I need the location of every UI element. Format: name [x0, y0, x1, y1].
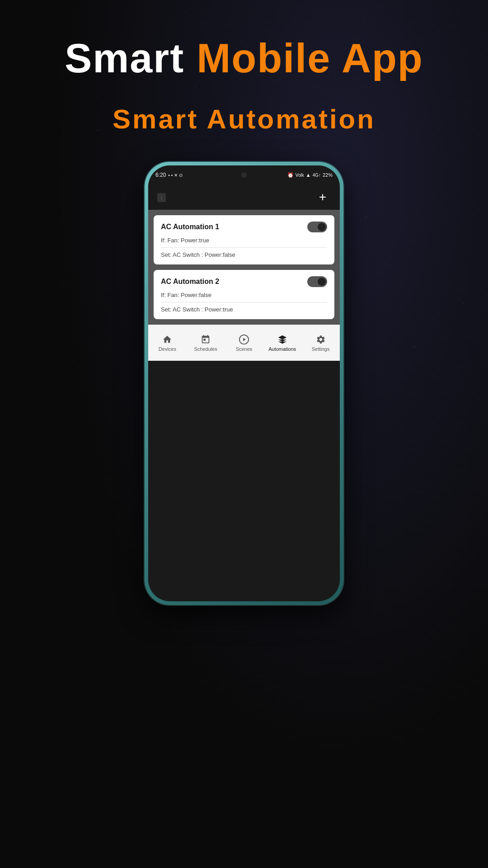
notch: [230, 170, 258, 180]
wifi-icon: ▲: [306, 172, 311, 178]
card-1-divider: [161, 247, 327, 248]
toggle-2-knob: [318, 278, 326, 286]
card-2-header: AC Automation 2: [161, 276, 327, 287]
time: 6:20: [155, 172, 166, 178]
phone-screen: 6:20 ▪ ▪ ✕ ⊙ ⏰ Volk ▲ 4G↑ 22%: [148, 165, 340, 601]
network-icon: 4G↑: [313, 173, 321, 178]
home-icon: [162, 335, 172, 344]
subtitle: Smart Automation: [113, 104, 375, 135]
header-title: i: [157, 193, 166, 202]
play-icon: [239, 335, 249, 344]
automation-card-1[interactable]: AC Automation 1 If: Fan: Power:true Set:…: [154, 215, 334, 264]
card-1-header: AC Automation 1: [161, 222, 327, 232]
phone-mockup: 6:20 ▪ ▪ ✕ ⊙ ⏰ Volk ▲ 4G↑ 22%: [145, 162, 343, 605]
app-header: i +: [148, 184, 340, 210]
alarm-icon: ⏰: [287, 172, 294, 178]
card-2-divider: [161, 302, 327, 302]
card-1-title: AC Automation 1: [161, 223, 219, 231]
card-1-action: Set: AC Switch : Power:false: [161, 251, 327, 258]
settings-icon: [316, 335, 326, 344]
toggle-1-knob: [318, 223, 326, 231]
phone-outer-shell: 6:20 ▪ ▪ ✕ ⊙ ⏰ Volk ▲ 4G↑ 22%: [145, 162, 343, 605]
nav-label-settings: Settings: [312, 346, 330, 352]
app-body: AC Automation 1 If: Fan: Power:true Set:…: [148, 210, 340, 325]
calendar-icon: [201, 335, 211, 344]
nav-label-scenes: Scenes: [236, 346, 253, 352]
battery: 22%: [323, 172, 333, 178]
title-white: Smart: [65, 36, 184, 81]
title-orange: Mobile App: [197, 36, 423, 81]
nav-item-automations[interactable]: Automations: [263, 335, 301, 352]
automations-icon: [277, 335, 287, 344]
nav-label-schedules: Schedules: [194, 346, 217, 352]
add-automation-button[interactable]: +: [314, 189, 331, 205]
automation-1-toggle[interactable]: [307, 222, 327, 232]
nav-item-devices[interactable]: Devices: [148, 335, 187, 352]
nav-label-automations: Automations: [268, 346, 296, 352]
camera-dot: [241, 172, 247, 178]
bottom-nav: Devices Schedules: [148, 325, 340, 361]
automation-card-2[interactable]: AC Automation 2 If: Fan: Power:false Set…: [154, 270, 334, 319]
nav-item-scenes[interactable]: Scenes: [225, 335, 263, 352]
card-2-action: Set: AC Switch : Power:true: [161, 306, 327, 313]
notification-icons: ▪ ▪ ✕ ⊙: [168, 173, 182, 178]
status-right: ⏰ Volk ▲ 4G↑ 22%: [287, 172, 333, 178]
automation-2-toggle[interactable]: [307, 276, 327, 287]
nav-item-schedules[interactable]: Schedules: [187, 335, 225, 352]
nav-item-settings[interactable]: Settings: [301, 335, 340, 352]
nav-label-devices: Devices: [159, 346, 176, 352]
card-2-title: AC Automation 2: [161, 278, 219, 286]
card-1-condition: If: Fan: Power:true: [161, 237, 327, 244]
signal-text: Volk: [296, 173, 304, 178]
card-2-condition: If: Fan: Power:false: [161, 292, 327, 298]
main-content: Smart Mobile App Smart Automation 6:20 ▪…: [0, 0, 488, 868]
status-left: 6:20 ▪ ▪ ✕ ⊙: [155, 172, 183, 178]
status-bar: 6:20 ▪ ▪ ✕ ⊙ ⏰ Volk ▲ 4G↑ 22%: [148, 165, 340, 184]
app-title: Smart Mobile App: [65, 36, 423, 81]
